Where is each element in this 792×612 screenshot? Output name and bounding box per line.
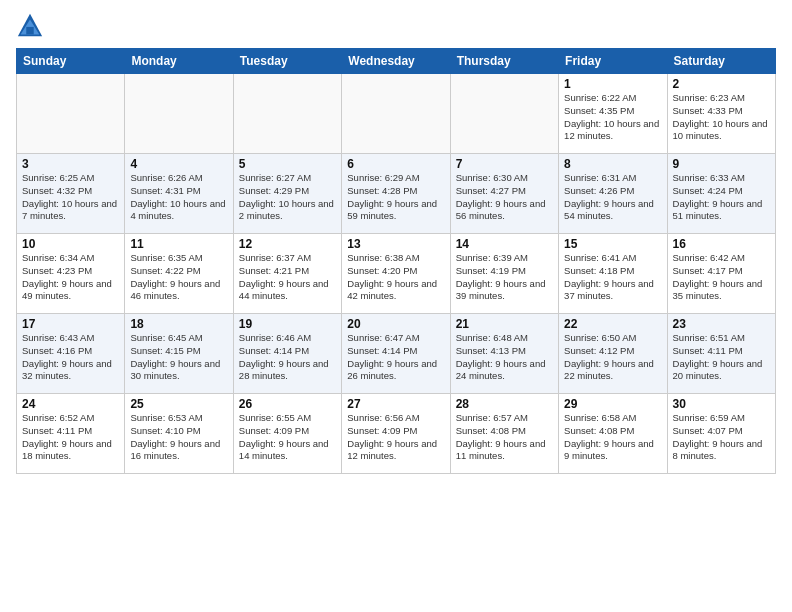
day-cell — [342, 74, 450, 154]
day-info: Sunrise: 6:38 AM Sunset: 4:20 PM Dayligh… — [347, 252, 444, 303]
day-cell: 26Sunrise: 6:55 AM Sunset: 4:09 PM Dayli… — [233, 394, 341, 474]
day-cell — [125, 74, 233, 154]
day-info: Sunrise: 6:35 AM Sunset: 4:22 PM Dayligh… — [130, 252, 227, 303]
header-sunday: Sunday — [17, 49, 125, 74]
day-number: 24 — [22, 397, 119, 411]
day-cell: 18Sunrise: 6:45 AM Sunset: 4:15 PM Dayli… — [125, 314, 233, 394]
day-cell — [233, 74, 341, 154]
day-cell: 9Sunrise: 6:33 AM Sunset: 4:24 PM Daylig… — [667, 154, 775, 234]
day-number: 23 — [673, 317, 770, 331]
day-cell: 6Sunrise: 6:29 AM Sunset: 4:28 PM Daylig… — [342, 154, 450, 234]
day-info: Sunrise: 6:29 AM Sunset: 4:28 PM Dayligh… — [347, 172, 444, 223]
day-number: 9 — [673, 157, 770, 171]
day-info: Sunrise: 6:26 AM Sunset: 4:31 PM Dayligh… — [130, 172, 227, 223]
day-cell: 24Sunrise: 6:52 AM Sunset: 4:11 PM Dayli… — [17, 394, 125, 474]
day-cell: 17Sunrise: 6:43 AM Sunset: 4:16 PM Dayli… — [17, 314, 125, 394]
day-info: Sunrise: 6:43 AM Sunset: 4:16 PM Dayligh… — [22, 332, 119, 383]
day-cell: 16Sunrise: 6:42 AM Sunset: 4:17 PM Dayli… — [667, 234, 775, 314]
day-info: Sunrise: 6:27 AM Sunset: 4:29 PM Dayligh… — [239, 172, 336, 223]
day-number: 11 — [130, 237, 227, 251]
day-cell: 7Sunrise: 6:30 AM Sunset: 4:27 PM Daylig… — [450, 154, 558, 234]
day-info: Sunrise: 6:39 AM Sunset: 4:19 PM Dayligh… — [456, 252, 553, 303]
logo-icon — [16, 12, 44, 40]
day-info: Sunrise: 6:56 AM Sunset: 4:09 PM Dayligh… — [347, 412, 444, 463]
day-cell: 12Sunrise: 6:37 AM Sunset: 4:21 PM Dayli… — [233, 234, 341, 314]
day-number: 28 — [456, 397, 553, 411]
page: SundayMondayTuesdayWednesdayThursdayFrid… — [0, 0, 792, 612]
day-cell: 19Sunrise: 6:46 AM Sunset: 4:14 PM Dayli… — [233, 314, 341, 394]
day-number: 16 — [673, 237, 770, 251]
day-cell: 30Sunrise: 6:59 AM Sunset: 4:07 PM Dayli… — [667, 394, 775, 474]
day-info: Sunrise: 6:45 AM Sunset: 4:15 PM Dayligh… — [130, 332, 227, 383]
day-number: 3 — [22, 157, 119, 171]
day-cell: 3Sunrise: 6:25 AM Sunset: 4:32 PM Daylig… — [17, 154, 125, 234]
header-row: SundayMondayTuesdayWednesdayThursdayFrid… — [17, 49, 776, 74]
day-info: Sunrise: 6:37 AM Sunset: 4:21 PM Dayligh… — [239, 252, 336, 303]
header-friday: Friday — [559, 49, 667, 74]
day-number: 22 — [564, 317, 661, 331]
day-info: Sunrise: 6:55 AM Sunset: 4:09 PM Dayligh… — [239, 412, 336, 463]
day-number: 8 — [564, 157, 661, 171]
day-number: 12 — [239, 237, 336, 251]
day-cell: 20Sunrise: 6:47 AM Sunset: 4:14 PM Dayli… — [342, 314, 450, 394]
day-cell: 11Sunrise: 6:35 AM Sunset: 4:22 PM Dayli… — [125, 234, 233, 314]
day-info: Sunrise: 6:48 AM Sunset: 4:13 PM Dayligh… — [456, 332, 553, 383]
day-number: 2 — [673, 77, 770, 91]
day-info: Sunrise: 6:58 AM Sunset: 4:08 PM Dayligh… — [564, 412, 661, 463]
day-number: 30 — [673, 397, 770, 411]
day-cell: 29Sunrise: 6:58 AM Sunset: 4:08 PM Dayli… — [559, 394, 667, 474]
day-info: Sunrise: 6:41 AM Sunset: 4:18 PM Dayligh… — [564, 252, 661, 303]
header-saturday: Saturday — [667, 49, 775, 74]
logo — [16, 12, 48, 40]
day-info: Sunrise: 6:34 AM Sunset: 4:23 PM Dayligh… — [22, 252, 119, 303]
day-cell: 14Sunrise: 6:39 AM Sunset: 4:19 PM Dayli… — [450, 234, 558, 314]
day-info: Sunrise: 6:23 AM Sunset: 4:33 PM Dayligh… — [673, 92, 770, 143]
day-cell: 25Sunrise: 6:53 AM Sunset: 4:10 PM Dayli… — [125, 394, 233, 474]
header — [16, 12, 776, 40]
day-cell — [450, 74, 558, 154]
day-number: 21 — [456, 317, 553, 331]
day-info: Sunrise: 6:59 AM Sunset: 4:07 PM Dayligh… — [673, 412, 770, 463]
week-row-2: 3Sunrise: 6:25 AM Sunset: 4:32 PM Daylig… — [17, 154, 776, 234]
day-info: Sunrise: 6:53 AM Sunset: 4:10 PM Dayligh… — [130, 412, 227, 463]
day-info: Sunrise: 6:31 AM Sunset: 4:26 PM Dayligh… — [564, 172, 661, 223]
day-number: 13 — [347, 237, 444, 251]
week-row-3: 10Sunrise: 6:34 AM Sunset: 4:23 PM Dayli… — [17, 234, 776, 314]
header-wednesday: Wednesday — [342, 49, 450, 74]
day-cell: 27Sunrise: 6:56 AM Sunset: 4:09 PM Dayli… — [342, 394, 450, 474]
day-cell: 1Sunrise: 6:22 AM Sunset: 4:35 PM Daylig… — [559, 74, 667, 154]
day-cell: 21Sunrise: 6:48 AM Sunset: 4:13 PM Dayli… — [450, 314, 558, 394]
day-number: 17 — [22, 317, 119, 331]
week-row-5: 24Sunrise: 6:52 AM Sunset: 4:11 PM Dayli… — [17, 394, 776, 474]
day-cell: 15Sunrise: 6:41 AM Sunset: 4:18 PM Dayli… — [559, 234, 667, 314]
day-cell: 28Sunrise: 6:57 AM Sunset: 4:08 PM Dayli… — [450, 394, 558, 474]
svg-rect-2 — [26, 27, 33, 34]
day-info: Sunrise: 6:42 AM Sunset: 4:17 PM Dayligh… — [673, 252, 770, 303]
day-number: 19 — [239, 317, 336, 331]
day-number: 29 — [564, 397, 661, 411]
day-number: 27 — [347, 397, 444, 411]
day-info: Sunrise: 6:57 AM Sunset: 4:08 PM Dayligh… — [456, 412, 553, 463]
day-info: Sunrise: 6:22 AM Sunset: 4:35 PM Dayligh… — [564, 92, 661, 143]
day-number: 4 — [130, 157, 227, 171]
day-cell — [17, 74, 125, 154]
week-row-4: 17Sunrise: 6:43 AM Sunset: 4:16 PM Dayli… — [17, 314, 776, 394]
day-info: Sunrise: 6:52 AM Sunset: 4:11 PM Dayligh… — [22, 412, 119, 463]
day-info: Sunrise: 6:51 AM Sunset: 4:11 PM Dayligh… — [673, 332, 770, 383]
day-number: 14 — [456, 237, 553, 251]
day-cell: 10Sunrise: 6:34 AM Sunset: 4:23 PM Dayli… — [17, 234, 125, 314]
day-number: 20 — [347, 317, 444, 331]
calendar-table: SundayMondayTuesdayWednesdayThursdayFrid… — [16, 48, 776, 474]
day-cell: 2Sunrise: 6:23 AM Sunset: 4:33 PM Daylig… — [667, 74, 775, 154]
day-cell: 8Sunrise: 6:31 AM Sunset: 4:26 PM Daylig… — [559, 154, 667, 234]
day-number: 25 — [130, 397, 227, 411]
day-number: 18 — [130, 317, 227, 331]
day-number: 15 — [564, 237, 661, 251]
day-info: Sunrise: 6:50 AM Sunset: 4:12 PM Dayligh… — [564, 332, 661, 383]
day-info: Sunrise: 6:25 AM Sunset: 4:32 PM Dayligh… — [22, 172, 119, 223]
day-cell: 22Sunrise: 6:50 AM Sunset: 4:12 PM Dayli… — [559, 314, 667, 394]
day-info: Sunrise: 6:46 AM Sunset: 4:14 PM Dayligh… — [239, 332, 336, 383]
day-info: Sunrise: 6:47 AM Sunset: 4:14 PM Dayligh… — [347, 332, 444, 383]
header-monday: Monday — [125, 49, 233, 74]
week-row-1: 1Sunrise: 6:22 AM Sunset: 4:35 PM Daylig… — [17, 74, 776, 154]
